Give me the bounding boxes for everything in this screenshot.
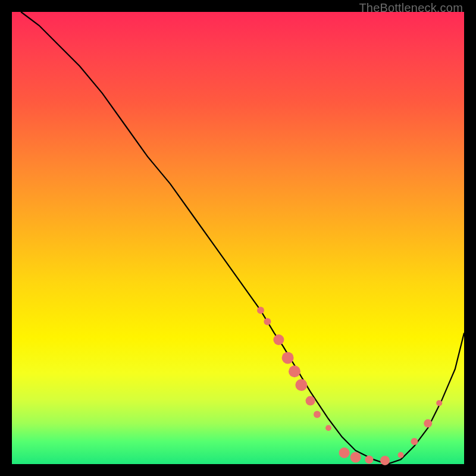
data-marker [289,365,300,377]
data-marker [282,352,294,364]
data-markers [257,307,442,465]
data-marker [325,425,331,431]
bottleneck-curve [21,12,464,464]
data-marker [257,307,264,314]
data-marker [380,456,390,465]
data-marker [264,318,271,325]
data-marker [339,447,350,458]
watermark-text: TheBottleneck.com [359,1,463,15]
data-marker [273,334,284,345]
gradient-plot-area [12,12,464,464]
chart-stage: TheBottleneck.com [0,0,476,476]
data-marker [306,396,315,406]
data-marker [350,452,361,463]
data-marker [411,438,418,445]
data-marker [436,400,442,406]
data-marker [295,379,307,391]
data-marker [398,452,404,458]
data-marker [314,411,321,418]
data-marker [365,455,373,464]
data-marker [424,419,432,428]
curve-overlay [12,12,464,464]
